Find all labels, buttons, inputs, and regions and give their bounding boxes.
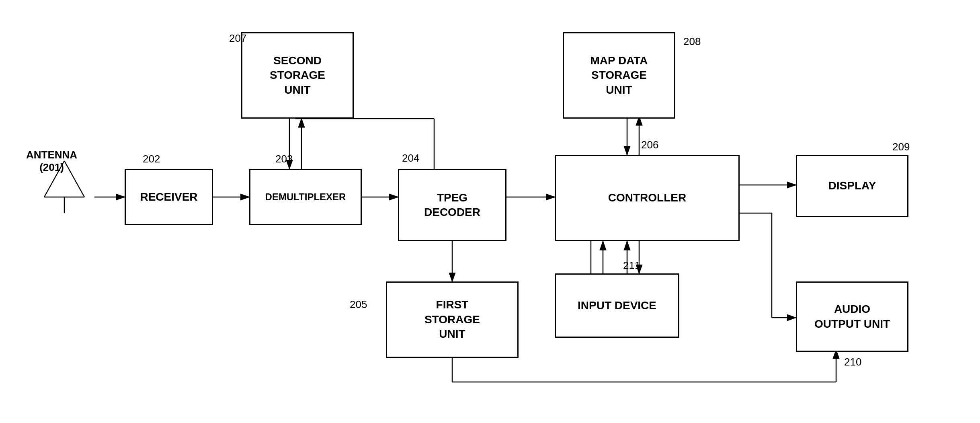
second-storage-number: 207 [229, 32, 246, 45]
receiver-number: 202 [143, 153, 160, 165]
first-storage-box: FIRST STORAGE UNIT [386, 281, 519, 358]
audio-output-box: AUDIO OUTPUT UNIT [796, 281, 908, 352]
controller-number: 206 [641, 139, 658, 151]
tpeg-decoder-box: TPEG DECODER [398, 169, 506, 241]
second-storage-box: SECOND STORAGE UNIT [241, 32, 354, 119]
receiver-box: RECEIVER [125, 169, 213, 225]
diagram: ANTENNA (201) RECEIVER 202 DEMULTIPLEXER… [0, 0, 980, 423]
tpeg-decoder-number: 204 [402, 152, 419, 164]
antenna-label: ANTENNA (201) [26, 149, 77, 174]
map-data-storage-box: MAP DATA STORAGE UNIT [563, 32, 675, 119]
audio-output-number: 210 [844, 356, 861, 368]
display-box: DISPLAY [796, 155, 908, 217]
input-device-box: INPUT DEVICE [555, 273, 679, 338]
first-storage-number: 205 [350, 298, 367, 311]
map-data-storage-number: 208 [683, 35, 701, 48]
display-number: 209 [892, 141, 910, 153]
input-device-number: 211 [623, 259, 640, 272]
demultiplexer-box: DEMULTIPLEXER [249, 169, 362, 225]
controller-box: CONTROLLER [555, 155, 740, 241]
demultiplexer-number: 203 [275, 153, 293, 165]
